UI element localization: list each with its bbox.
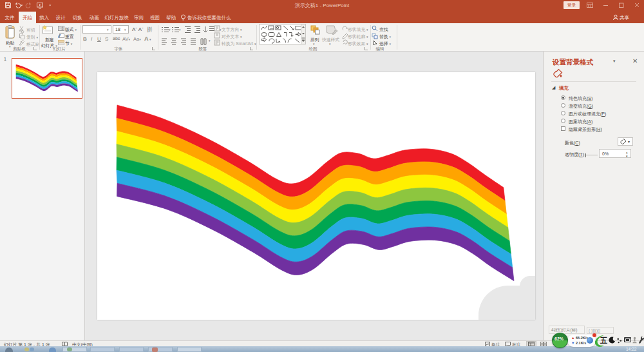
svg-text:拼: 拼 xyxy=(147,26,153,33)
